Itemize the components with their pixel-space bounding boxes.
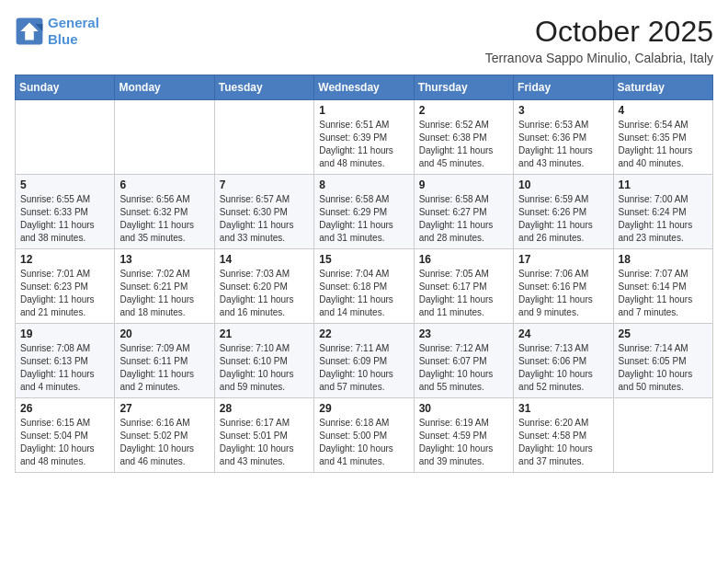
- day-info: Sunrise: 6:53 AMSunset: 6:36 PMDaylight:…: [518, 119, 608, 170]
- day-number: 17: [518, 253, 608, 266]
- logo-icon: [15, 17, 44, 46]
- day-info: Sunrise: 6:56 AMSunset: 6:32 PMDaylight:…: [119, 193, 209, 245]
- weekday-header: Sunday: [16, 75, 115, 100]
- calendar-cell: 10Sunrise: 6:59 AMSunset: 6:26 PMDayligh…: [514, 175, 613, 249]
- weekday-header: Friday: [514, 75, 613, 100]
- day-info: Sunrise: 6:51 AMSunset: 6:39 PMDaylight:…: [319, 119, 408, 170]
- calendar-cell: 2Sunrise: 6:52 AMSunset: 6:38 PMDaylight…: [414, 100, 513, 175]
- calendar-cell: 16Sunrise: 7:05 AMSunset: 6:17 PMDayligh…: [414, 249, 513, 324]
- day-info: Sunrise: 6:55 AMSunset: 6:33 PMDaylight:…: [20, 193, 109, 245]
- calendar-cell: 15Sunrise: 7:04 AMSunset: 6:18 PMDayligh…: [314, 249, 414, 324]
- weekday-header: Wednesday: [314, 75, 414, 100]
- calendar-week-row: 12Sunrise: 7:01 AMSunset: 6:23 PMDayligh…: [16, 249, 713, 324]
- day-number: 23: [419, 327, 508, 340]
- calendar-cell: 29Sunrise: 6:18 AMSunset: 5:00 PMDayligh…: [314, 398, 414, 473]
- day-number: 22: [319, 327, 408, 340]
- day-info: Sunrise: 7:03 AMSunset: 6:20 PMDaylight:…: [220, 268, 309, 319]
- calendar-cell: 21Sunrise: 7:10 AMSunset: 6:10 PMDayligh…: [214, 324, 313, 398]
- calendar-cell: 13Sunrise: 7:02 AMSunset: 6:21 PMDayligh…: [115, 249, 214, 324]
- calendar-cell: 12Sunrise: 7:01 AMSunset: 6:23 PMDayligh…: [16, 249, 115, 324]
- calendar-cell: [115, 100, 214, 175]
- calendar-cell: 5Sunrise: 6:55 AMSunset: 6:33 PMDaylight…: [16, 175, 115, 249]
- calendar-cell: [16, 100, 115, 175]
- calendar-cell: 27Sunrise: 6:16 AMSunset: 5:02 PMDayligh…: [115, 398, 214, 473]
- day-info: Sunrise: 7:07 AMSunset: 6:14 PMDaylight:…: [619, 268, 708, 319]
- day-info: Sunrise: 6:15 AMSunset: 5:04 PMDaylight:…: [20, 417, 109, 468]
- day-number: 21: [220, 327, 309, 340]
- day-number: 2: [419, 104, 508, 117]
- day-number: 31: [518, 402, 608, 415]
- calendar-cell: 8Sunrise: 6:58 AMSunset: 6:29 PMDaylight…: [314, 175, 414, 249]
- day-number: 14: [220, 253, 309, 266]
- calendar-cell: [613, 398, 712, 473]
- day-info: Sunrise: 7:12 AMSunset: 6:07 PMDaylight:…: [419, 342, 508, 394]
- calendar-week-row: 26Sunrise: 6:15 AMSunset: 5:04 PMDayligh…: [16, 398, 713, 473]
- day-info: Sunrise: 6:18 AMSunset: 5:00 PMDaylight:…: [319, 417, 408, 468]
- day-info: Sunrise: 7:02 AMSunset: 6:21 PMDaylight:…: [119, 268, 209, 319]
- weekday-header: Monday: [115, 75, 214, 100]
- title-block: October 2025 Terranova Sappo Minulio, Ca…: [485, 15, 713, 65]
- day-number: 12: [20, 253, 109, 266]
- day-info: Sunrise: 7:00 AMSunset: 6:24 PMDaylight:…: [619, 193, 708, 245]
- calendar-cell: 6Sunrise: 6:56 AMSunset: 6:32 PMDaylight…: [115, 175, 214, 249]
- calendar-cell: [214, 100, 313, 175]
- day-number: 18: [619, 253, 708, 266]
- day-number: 8: [319, 178, 408, 191]
- day-number: 11: [619, 178, 708, 191]
- day-info: Sunrise: 6:17 AMSunset: 5:01 PMDaylight:…: [220, 417, 309, 468]
- calendar-cell: 25Sunrise: 7:14 AMSunset: 6:05 PMDayligh…: [613, 324, 712, 398]
- day-number: 6: [119, 178, 209, 191]
- calendar-cell: 22Sunrise: 7:11 AMSunset: 6:09 PMDayligh…: [314, 324, 414, 398]
- day-info: Sunrise: 6:54 AMSunset: 6:35 PMDaylight:…: [619, 119, 708, 170]
- calendar-cell: 19Sunrise: 7:08 AMSunset: 6:13 PMDayligh…: [16, 324, 115, 398]
- calendar-cell: 9Sunrise: 6:58 AMSunset: 6:27 PMDaylight…: [414, 175, 513, 249]
- day-number: 24: [518, 327, 608, 340]
- day-number: 13: [119, 253, 209, 266]
- month-title: October 2025: [485, 15, 713, 49]
- calendar-cell: 14Sunrise: 7:03 AMSunset: 6:20 PMDayligh…: [214, 249, 313, 324]
- day-number: 16: [419, 253, 508, 266]
- day-number: 28: [220, 402, 309, 415]
- day-info: Sunrise: 7:10 AMSunset: 6:10 PMDaylight:…: [220, 342, 309, 394]
- day-info: Sunrise: 7:04 AMSunset: 6:18 PMDaylight:…: [319, 268, 408, 319]
- calendar-header-row: SundayMondayTuesdayWednesdayThursdayFrid…: [16, 75, 713, 100]
- calendar-cell: 17Sunrise: 7:06 AMSunset: 6:16 PMDayligh…: [514, 249, 613, 324]
- day-info: Sunrise: 6:19 AMSunset: 4:59 PMDaylight:…: [419, 417, 508, 468]
- logo: General Blue: [15, 15, 99, 48]
- day-number: 4: [619, 104, 708, 117]
- calendar-cell: 3Sunrise: 6:53 AMSunset: 6:36 PMDaylight…: [514, 100, 613, 175]
- day-number: 1: [319, 104, 408, 117]
- day-info: Sunrise: 6:59 AMSunset: 6:26 PMDaylight:…: [518, 193, 608, 245]
- day-info: Sunrise: 7:01 AMSunset: 6:23 PMDaylight:…: [20, 268, 109, 319]
- calendar-cell: 4Sunrise: 6:54 AMSunset: 6:35 PMDaylight…: [613, 100, 712, 175]
- calendar-week-row: 1Sunrise: 6:51 AMSunset: 6:39 PMDaylight…: [16, 100, 713, 175]
- day-number: 19: [20, 327, 109, 340]
- calendar-cell: 30Sunrise: 6:19 AMSunset: 4:59 PMDayligh…: [414, 398, 513, 473]
- day-number: 25: [619, 327, 708, 340]
- calendar-cell: 23Sunrise: 7:12 AMSunset: 6:07 PMDayligh…: [414, 324, 513, 398]
- day-number: 30: [419, 402, 508, 415]
- calendar-week-row: 19Sunrise: 7:08 AMSunset: 6:13 PMDayligh…: [16, 324, 713, 398]
- page-header: General Blue October 2025 Terranova Sapp…: [15, 15, 713, 65]
- day-info: Sunrise: 7:05 AMSunset: 6:17 PMDaylight:…: [419, 268, 508, 319]
- calendar-cell: 28Sunrise: 6:17 AMSunset: 5:01 PMDayligh…: [214, 398, 313, 473]
- weekday-header: Thursday: [414, 75, 513, 100]
- calendar-cell: 18Sunrise: 7:07 AMSunset: 6:14 PMDayligh…: [613, 249, 712, 324]
- day-info: Sunrise: 7:09 AMSunset: 6:11 PMDaylight:…: [119, 342, 209, 394]
- day-info: Sunrise: 7:13 AMSunset: 6:06 PMDaylight:…: [518, 342, 608, 394]
- calendar-cell: 11Sunrise: 7:00 AMSunset: 6:24 PMDayligh…: [613, 175, 712, 249]
- day-number: 29: [319, 402, 408, 415]
- day-number: 7: [220, 178, 309, 191]
- day-info: Sunrise: 6:20 AMSunset: 4:58 PMDaylight:…: [518, 417, 608, 468]
- day-number: 20: [119, 327, 209, 340]
- day-number: 26: [20, 402, 109, 415]
- day-number: 9: [419, 178, 508, 191]
- calendar-cell: 26Sunrise: 6:15 AMSunset: 5:04 PMDayligh…: [16, 398, 115, 473]
- day-number: 5: [20, 178, 109, 191]
- day-info: Sunrise: 7:06 AMSunset: 6:16 PMDaylight:…: [518, 268, 608, 319]
- day-info: Sunrise: 6:57 AMSunset: 6:30 PMDaylight:…: [220, 193, 309, 245]
- day-number: 27: [119, 402, 209, 415]
- weekday-header: Tuesday: [214, 75, 313, 100]
- day-number: 10: [518, 178, 608, 191]
- calendar-cell: 1Sunrise: 6:51 AMSunset: 6:39 PMDaylight…: [314, 100, 414, 175]
